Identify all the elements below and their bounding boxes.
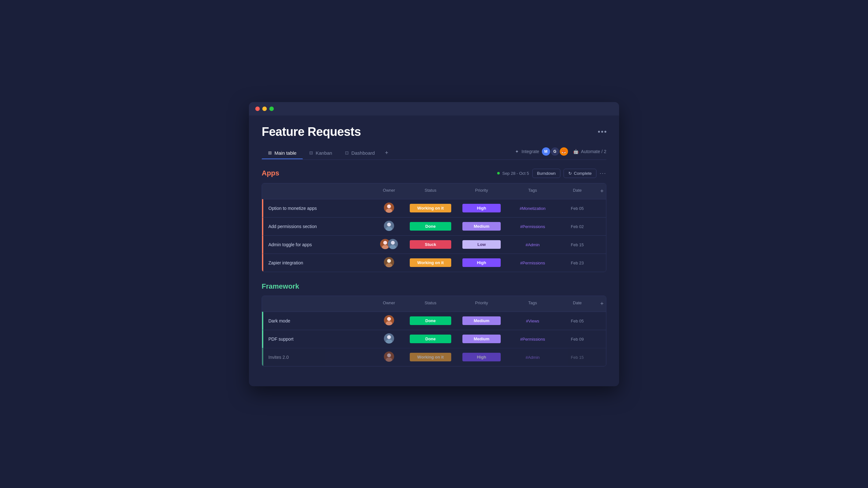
menu-dot-2: [601, 131, 603, 133]
apps-table-row[interactable]: Add permissions section Done Medium #Per…: [262, 217, 606, 235]
page-title: Feature Requests: [262, 125, 361, 139]
minimize-dot[interactable]: [262, 106, 267, 111]
row-priority: Medium: [456, 331, 507, 347]
tag-label: #Monetization: [520, 206, 546, 211]
row-date: Feb 23: [558, 257, 596, 269]
row-extra: [596, 260, 606, 266]
complete-label: Complete: [574, 171, 592, 176]
row-status: Working on it: [405, 201, 456, 216]
dashboard-icon: ⊡: [345, 150, 349, 155]
row-date: Feb 05: [558, 202, 596, 214]
row-name: PDF support: [263, 333, 373, 345]
apps-table: Owner Status Priority Tags Date + Option…: [262, 183, 606, 272]
date-indicator: Sep 28 - Oct 5: [497, 171, 529, 176]
row-extra: [596, 336, 606, 342]
complete-button[interactable]: ↻ Complete: [564, 169, 596, 178]
apps-table-row[interactable]: Option to monetize apps Working on it Hi…: [262, 199, 606, 217]
row-status: Done: [405, 331, 456, 347]
status-badge: Working on it: [410, 353, 451, 361]
integration-icon-3: 🦊: [560, 148, 568, 156]
tag-label: #Permissions: [520, 224, 545, 229]
integration-icon-1: M: [542, 148, 550, 156]
status-badge: Done: [410, 316, 451, 325]
apps-section: Apps Sep 28 - Oct 5 Burndown ↻ Complete …: [262, 169, 606, 272]
tab-kanban-label: Kanban: [316, 150, 332, 156]
row-name: Option to monetize apps: [263, 202, 373, 214]
row-date: Feb 15: [558, 351, 596, 363]
apps-section-controls: Sep 28 - Oct 5 Burndown ↻ Complete ···: [497, 169, 606, 178]
tag-label: #Views: [526, 319, 539, 323]
svg-point-4: [387, 223, 391, 226]
add-column-button[interactable]: +: [596, 298, 606, 309]
framework-table: Owner Status Priority Tags Date + Dark m…: [262, 296, 606, 366]
svg-point-13: [387, 259, 391, 263]
automate-button[interactable]: 🤖 Automate / 2: [573, 149, 606, 154]
row-extra: [596, 223, 606, 230]
header-more-menu[interactable]: [598, 131, 606, 133]
svg-point-19: [387, 335, 391, 339]
tab-main-table[interactable]: ⊞ Main table: [262, 147, 303, 159]
col-priority-header: Priority: [456, 186, 507, 196]
maximize-dot[interactable]: [269, 106, 274, 111]
main-table-icon: ⊞: [268, 150, 272, 155]
tab-dashboard-label: Dashboard: [351, 150, 375, 156]
row-owner: [373, 254, 405, 272]
col-priority-header: Priority: [456, 298, 507, 309]
apps-table-header: Owner Status Priority Tags Date +: [262, 184, 606, 199]
avatar-group: [384, 352, 394, 362]
row-owner: [373, 348, 405, 366]
priority-badge: Medium: [462, 334, 501, 343]
row-extra: [596, 354, 606, 360]
status-badge: Working on it: [410, 258, 451, 267]
col-status-header: Status: [405, 298, 456, 309]
framework-table-row[interactable]: Invites 2.0 Working on it High #Admin Fe…: [262, 348, 606, 366]
apps-table-row[interactable]: Zapier integration Working on it High #P…: [262, 254, 606, 272]
col-tags-header: Tags: [507, 298, 558, 309]
row-status: Working on it: [405, 255, 456, 270]
row-name: Add permissions section: [263, 221, 373, 232]
apps-section-header: Apps Sep 28 - Oct 5 Burndown ↻ Complete …: [262, 169, 606, 178]
row-tags: #Admin: [507, 238, 558, 251]
tab-bar: ⊞ Main table ⊟ Kanban ⊡ Dashboard + ✦ In…: [262, 147, 606, 160]
row-date: Feb 05: [558, 315, 596, 327]
tab-kanban[interactable]: ⊟ Kanban: [303, 147, 339, 159]
integrate-icons: M G 🦊: [542, 148, 568, 156]
integrate-button[interactable]: ✦ Integrate M G 🦊: [515, 148, 568, 156]
add-column-button[interactable]: +: [596, 186, 606, 196]
tag-label: #Permissions: [520, 337, 545, 341]
titlebar: [249, 102, 619, 116]
row-tags: #Monetization: [507, 202, 558, 214]
row-name: Zapier integration: [263, 257, 373, 268]
col-status-header: Status: [405, 186, 456, 196]
row-priority: Medium: [456, 313, 507, 328]
tabs-right-actions: ✦ Integrate M G 🦊 🤖 Automate / 2: [515, 148, 606, 158]
row-date: Feb 09: [558, 333, 596, 345]
framework-table-row[interactable]: PDF support Done Medium #Permissions Feb…: [262, 330, 606, 348]
row-owner: [373, 312, 405, 330]
priority-badge: Medium: [462, 316, 501, 325]
row-owner: [373, 330, 405, 348]
close-dot[interactable]: [255, 106, 260, 111]
avatar-group: [380, 239, 398, 249]
status-badge: Done: [410, 334, 451, 343]
row-tags: #Permissions: [507, 220, 558, 232]
apps-table-row[interactable]: Admin toggle for apps Stuck Low: [262, 235, 606, 254]
row-priority: Low: [456, 237, 507, 252]
refresh-icon: ↻: [568, 171, 572, 176]
avatar: [384, 221, 394, 231]
row-priority: High: [456, 201, 507, 216]
priority-badge: High: [462, 258, 501, 267]
row-extra: [596, 241, 606, 248]
row-tags: #Views: [507, 315, 558, 327]
tab-dashboard[interactable]: ⊡ Dashboard: [339, 147, 381, 159]
integration-icon-2: G: [551, 148, 559, 156]
apps-more-menu[interactable]: ···: [600, 170, 606, 177]
framework-table-header: Owner Status Priority Tags Date +: [262, 296, 606, 312]
menu-dot-1: [598, 131, 600, 133]
add-tab-button[interactable]: +: [381, 147, 392, 160]
col-name-header: [262, 298, 373, 309]
row-priority: High: [456, 350, 507, 364]
framework-table-row[interactable]: Dark mode Done Medium #Views Feb 05: [262, 312, 606, 330]
avatar: [384, 352, 394, 362]
burndown-button[interactable]: Burndown: [532, 169, 561, 178]
